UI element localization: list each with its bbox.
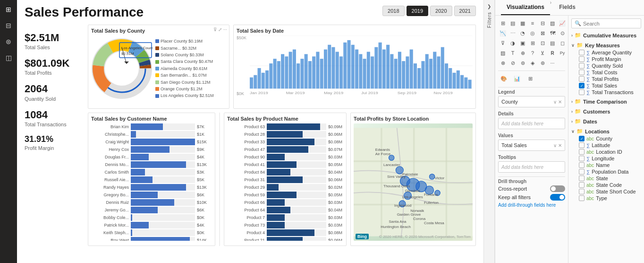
customer-bar-row[interactable]: Randy Hayes $13K [91, 184, 212, 191]
product-bar-row[interactable]: Product 63 $0.09M [227, 123, 343, 130]
donut-svg[interactable]: Los Angeles County $2.51M [91, 38, 153, 99]
product-chart[interactable]: Total Sales by Product Name Product 63 $… [224, 113, 347, 246]
customer-bar-row[interactable]: Gregory Bo... $6K [91, 192, 212, 198]
field-item[interactable]: ∑ Total Transactions [571, 89, 641, 96]
viz-icon-r[interactable]: R [548, 48, 557, 58]
product-bar-row[interactable]: Product 90 $0.03M [227, 154, 343, 160]
field-checkbox[interactable] [579, 169, 585, 175]
field-group-header[interactable]: › 📁 Dates [571, 117, 641, 125]
sidebar-icon-grid[interactable]: ⊟ [2, 19, 15, 32]
product-bar-row[interactable]: Product 7 $0.03M [227, 214, 343, 221]
values-chevron[interactable]: ∨ [553, 143, 557, 148]
customer-bar-row[interactable]: Douglas Fr... $4K [91, 154, 212, 160]
field-checkbox[interactable] [579, 142, 585, 148]
sidebar-icon-reports[interactable]: ⊞ [2, 3, 15, 16]
viz-icon-matrix[interactable]: ⊡ [538, 38, 547, 48]
field-checkbox[interactable] [579, 175, 585, 181]
field-item[interactable]: abc State Short Code [571, 188, 641, 195]
field-checkbox[interactable] [579, 149, 585, 155]
product-bar-row[interactable]: Product 4 $0.08M [227, 229, 343, 236]
expand-icon[interactable]: ⤢ [218, 27, 222, 32]
field-item[interactable]: ∑ Population Data [571, 168, 641, 175]
customer-bar-row[interactable]: Keith Steph... $0K [91, 229, 212, 236]
year-btn-2018[interactable]: 2018 [382, 6, 404, 16]
viz-icon-button[interactable]: ⊕ [518, 48, 527, 58]
sidebar-icon-data[interactable]: ⊛ [2, 35, 15, 48]
viz-icon-shape[interactable]: ◻ [558, 38, 567, 48]
field-item[interactable]: abc Location ID [571, 149, 641, 155]
field-item[interactable]: ∑ Longitude [571, 155, 641, 162]
cross-report-toggle[interactable] [550, 185, 565, 192]
field-group-header[interactable]: › 📁 Customers [571, 107, 641, 115]
customer-bar-row[interactable]: Henry Cox $9K [91, 146, 212, 153]
field-item[interactable]: ∑ Quantity Sold [571, 62, 641, 69]
format-icon-paint[interactable]: 🎨 [498, 73, 509, 84]
viz-icon-line[interactable]: 📈 [558, 18, 567, 28]
tooltips-field-box[interactable]: Add data fields here [498, 161, 565, 173]
fields-search-input[interactable] [583, 21, 644, 26]
customer-bar-row[interactable]: Russell Aie... $5K [91, 176, 212, 183]
customer-bar-row[interactable]: Brian Kim $7K [91, 123, 212, 130]
panel-tab-arrow-right[interactable]: › [550, 0, 551, 15]
viz-icon-slicer[interactable]: ▤ [548, 38, 557, 48]
product-bar-row[interactable]: Product 41 $0.05M [227, 161, 343, 168]
product-bar-row[interactable]: Product 21 $0.06M [227, 237, 343, 241]
tab-visualizations[interactable]: Visualizations [501, 0, 550, 15]
viz-icon-table[interactable]: ⊞ [528, 38, 537, 48]
format-icon-analytics[interactable]: 📊 [511, 73, 523, 84]
filter-chevron[interactable]: ❯ [487, 4, 491, 9]
product-bar-row[interactable]: Product 66 $0.03M [227, 199, 343, 206]
field-group-header[interactable]: ∨ 📁 Key Measures [571, 41, 641, 49]
viz-icon-bar-h2[interactable]: ⊟ [538, 18, 547, 28]
customer-bar-row[interactable]: Jeremy Go... $6K [91, 207, 212, 213]
customer-bar-row[interactable]: Dennis Mo... $13K [91, 161, 212, 168]
customer-bar-row[interactable]: Dennis Ruiz $10K [91, 199, 212, 206]
field-checkbox[interactable] [579, 195, 585, 201]
tab-fields[interactable]: Fields [553, 0, 581, 15]
field-item[interactable]: ✓ abc County [571, 135, 641, 142]
field-checkbox[interactable] [579, 76, 585, 82]
viz-icon-qna[interactable]: ? [528, 48, 537, 58]
viz-icon-bar-h[interactable]: ≡ [528, 18, 537, 28]
field-item[interactable]: ✓ ∑ Total Sales [571, 82, 641, 89]
field-checkbox[interactable] [579, 70, 585, 75]
viz-icon-custom1[interactable]: ⊗ [498, 58, 508, 68]
field-item[interactable]: ∑ Profit Margin [571, 56, 641, 62]
customer-bar-row[interactable]: Bobby Cole... $0K [91, 214, 212, 221]
add-drillthrough-link[interactable]: Add drill-through fields here [498, 202, 565, 208]
field-item[interactable]: ∑ Latitude [571, 142, 641, 149]
viz-icon-clustered-bar[interactable]: ▤ [508, 18, 517, 28]
customer-bar-row[interactable]: Craig Wright $15K [91, 139, 212, 145]
viz-icon-custom3[interactable]: ⊚ [518, 58, 527, 68]
field-checkbox[interactable] [579, 162, 585, 168]
viz-icon-custom5[interactable]: ⊛ [538, 58, 547, 68]
field-group-header[interactable]: › 📁 Cumulative Measures [571, 31, 641, 39]
format-icon-fields[interactable]: ⊞ [525, 73, 536, 84]
viz-icon-map[interactable]: 🗺 [548, 28, 557, 38]
viz-icon-funnel[interactable]: ⊽ [498, 38, 508, 48]
customer-bar-row[interactable]: Carlos Smith $3K [91, 169, 212, 175]
timeseries-chart[interactable]: Total Sales by Date $50K $0K [233, 25, 476, 109]
field-item[interactable]: abc State Code [571, 182, 641, 188]
keep-all-toggle[interactable] [550, 194, 565, 201]
viz-icon-decomp[interactable]: ⊻ [538, 48, 547, 58]
field-checkbox[interactable]: ✓ [579, 83, 585, 88]
field-checkbox[interactable] [579, 89, 585, 95]
viz-icon-treemap[interactable]: ⊠ [538, 28, 547, 38]
field-checkbox[interactable] [579, 189, 585, 194]
year-btn-2019[interactable]: 2019 [407, 6, 428, 16]
viz-icon-card[interactable]: ▣ [518, 38, 527, 48]
field-checkbox[interactable] [579, 56, 585, 62]
viz-icon-stacked-bar[interactable]: ⊞ [498, 18, 508, 28]
customer-chart[interactable]: Total Sales by Customer Name Brian Kim $… [88, 113, 215, 246]
viz-icon-more[interactable]: ··· [548, 58, 557, 68]
viz-icon-bar-h3[interactable]: ▧ [548, 18, 557, 28]
field-item[interactable]: ∑ Average Quantity [571, 49, 641, 56]
viz-icon-filled-map[interactable]: ⊙ [558, 28, 567, 38]
field-group-header[interactable]: › 📁 Time Comparison [571, 97, 641, 105]
year-btn-2021[interactable]: 2021 [454, 6, 476, 16]
field-item[interactable]: abc State [571, 175, 641, 182]
product-bar-row[interactable]: Product 84 $0.04M [227, 169, 343, 175]
viz-icon-custom4[interactable]: ◈ [528, 58, 537, 68]
legend-chevron[interactable]: ∨ [553, 99, 557, 105]
